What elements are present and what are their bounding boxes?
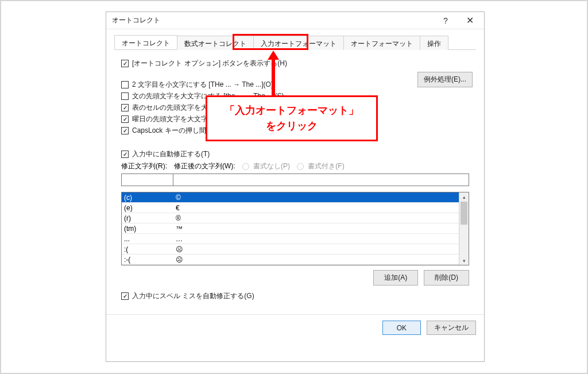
exceptions-button[interactable]: 例外処理(E)... — [417, 72, 473, 87]
radio-icon — [242, 163, 249, 170]
checkbox-icon — [121, 60, 129, 67]
list-item[interactable]: (e) € — [122, 203, 459, 213]
with-input[interactable] — [173, 173, 469, 186]
list-from: ... — [122, 235, 173, 243]
replace-with-labels: 修正文字列(R): 修正後の文字列(W): 書式なし(P) 書式付き(F) — [121, 161, 473, 171]
callout-line2: をクリック — [214, 118, 369, 134]
spellfix-label: 入力中にスペル ミスを自動修正する(G) — [132, 291, 254, 301]
ok-button[interactable]: OK — [382, 321, 421, 335]
list-to: ☹ — [173, 245, 459, 253]
list-to: … — [173, 235, 459, 243]
list-to: © — [173, 194, 459, 202]
list-from: :( — [122, 245, 173, 253]
list-item[interactable]: ... … — [122, 234, 459, 244]
replace-label: 入力中に自動修正する(T) — [132, 149, 210, 159]
checkbox-icon — [121, 127, 129, 134]
list-from: (c) — [122, 194, 173, 202]
checkbox-icon — [121, 81, 129, 88]
list-item[interactable]: (tm) ™ — [122, 223, 459, 234]
checkbox-icon — [121, 92, 129, 100]
show-options-label: [オートコレクト オプション] ボタンを表示する(H) — [132, 59, 287, 68]
list-to: ™ — [173, 225, 459, 233]
list-item[interactable]: :-( ☹ — [122, 255, 459, 265]
titlebar: オートコレクト ? ✕ — [106, 12, 484, 29]
list-body[interactable]: (c) © (e) € (r) ® (tm) ™ — [122, 192, 459, 265]
delete-button[interactable]: 削除(D) — [424, 270, 469, 286]
autocorrect-panel: [オートコレクト オプション] ボタンを表示する(H) 2 文字目を小文字にする… — [114, 50, 476, 306]
dialog-footer: OK キャンセル — [106, 314, 484, 341]
replace-input[interactable] — [121, 173, 173, 186]
checkbox-icon — [121, 104, 129, 111]
tab-autoformat-as-you-type[interactable]: 入力オートフォーマット — [253, 36, 344, 50]
list-item[interactable]: :( ☹ — [122, 244, 459, 255]
add-button[interactable]: 追加(A) — [373, 270, 418, 286]
tab-autocorrect[interactable]: オートコレクト — [114, 35, 177, 49]
list-to: ☹ — [173, 256, 459, 264]
scroll-down-icon[interactable]: ▾ — [459, 256, 469, 265]
list-from: (tm) — [122, 225, 173, 233]
show-options-row[interactable]: [オートコレクト オプション] ボタンを表示する(H) — [121, 59, 473, 68]
outer-frame: オートコレクト ? ✕ オートコレクト 数式オートコレクト 入力オートフォーマッ… — [0, 0, 588, 374]
spellfix-row[interactable]: 入力中にスペル ミスを自動修正する(G) — [121, 291, 473, 301]
replace-inputs — [121, 173, 469, 186]
replace-col-label: 修正文字列(R): — [121, 161, 167, 171]
tab-actions[interactable]: 操作 — [420, 36, 448, 50]
callout-arrow — [268, 51, 279, 97]
checkbox-icon — [121, 151, 129, 158]
tab-bar: オートコレクト 数式オートコレクト 入力オートフォーマット オートフォーマット … — [114, 35, 476, 50]
scroll-thumb[interactable] — [461, 202, 467, 225]
radio-plain: 書式なし(P) — [242, 161, 290, 171]
dialog-title: オートコレクト — [112, 16, 434, 25]
radio-icon — [297, 163, 304, 170]
cap-second-label: 2 文字目を小文字にする [THe ... → The ...](O) — [132, 80, 273, 90]
callout-line1: 「入力オートフォーマット」 — [214, 103, 369, 118]
list-from: (r) — [122, 214, 173, 222]
list-from: (e) — [122, 204, 173, 212]
radio-formatted: 書式付き(F) — [297, 161, 345, 171]
cancel-button[interactable]: キャンセル — [427, 321, 476, 335]
with-col-label: 修正後の文字列(W): — [174, 161, 235, 171]
autocorrect-list: (c) © (e) € (r) ® (tm) ™ — [121, 192, 469, 265]
list-to: € — [173, 204, 459, 212]
tab-math-autocorrect[interactable]: 数式オートコレクト — [177, 36, 254, 50]
autocorrect-dialog: オートコレクト ? ✕ オートコレクト 数式オートコレクト 入力オートフォーマッ… — [106, 11, 485, 362]
scroll-up-icon[interactable]: ▴ — [459, 192, 469, 201]
tab-autoformat[interactable]: オートフォーマット — [343, 36, 420, 50]
dialog-body: オートコレクト 数式オートコレクト 入力オートフォーマット オートフォーマット … — [106, 29, 484, 314]
help-button[interactable]: ? — [434, 13, 458, 29]
list-from: :-( — [122, 256, 173, 264]
list-item[interactable]: (r) ® — [122, 213, 459, 223]
add-delete-row: 追加(A) 削除(D) — [121, 270, 469, 286]
list-item[interactable]: (c) © — [122, 192, 459, 203]
list-scrollbar[interactable]: ▴ ▾ — [459, 192, 469, 265]
close-button[interactable]: ✕ — [458, 13, 482, 29]
callout-annotation: 「入力オートフォーマット」 をクリック — [206, 95, 378, 141]
replace-row[interactable]: 入力中に自動修正する(T) — [121, 149, 473, 159]
list-to: ® — [173, 214, 459, 222]
checkbox-icon — [121, 292, 129, 300]
checkbox-icon — [121, 115, 129, 123]
